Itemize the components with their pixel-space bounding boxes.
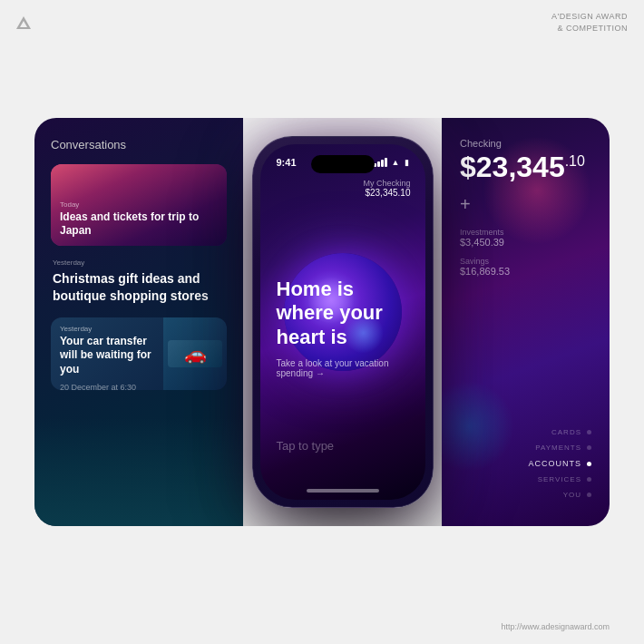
savings-value: $16,869.53	[460, 266, 591, 277]
watermark-url: http://www.adesignaward.com	[501, 622, 610, 631]
card1-time: Today	[60, 200, 218, 209]
plus-icon[interactable]: +	[460, 194, 591, 215]
checking-header: Checking	[460, 138, 591, 149]
savings-label: Savings	[460, 257, 591, 266]
conversations-title: Conversations	[51, 138, 227, 151]
left-panel: Conversations Today Ideas and tickets fo…	[34, 118, 243, 526]
arrow-icon: →	[316, 368, 325, 378]
nav-dot-payments	[587, 445, 591, 450]
car-transfer-card[interactable]: Yesterday Your car transfer will be wait…	[51, 317, 227, 390]
wifi-icon: ▲	[392, 158, 400, 167]
nav-item-payments[interactable]: PAYMENTS	[535, 444, 591, 452]
nav-dot-services	[587, 477, 591, 482]
bottom-bar: http://www.adesignaward.com	[0, 622, 610, 631]
phone-screen: 9:41 ▲ ▮	[260, 144, 425, 500]
phone-checking-label: My Checking	[363, 179, 410, 188]
phone-headline: Home is where your heart is	[277, 278, 409, 349]
investments-label: Investments	[460, 228, 591, 237]
phone-area: 9:41 ▲ ▮	[243, 118, 442, 526]
phone-time: 9:41	[277, 157, 297, 168]
top-bar: A'DESIGN AWARD & COMPETITION	[0, 0, 644, 45]
phone-main-content: Home is where your heart is Take a look …	[277, 278, 409, 382]
nav-dot-you	[587, 493, 591, 497]
card2-time: Yesterday	[53, 259, 225, 267]
nav-item-accounts[interactable]: ACCOUNTS	[528, 459, 591, 468]
phone-input-hint[interactable]: Tap to type	[277, 439, 409, 453]
right-nav: CARDS PAYMENTS ACCOUNTS SERVICES YOU	[528, 428, 591, 499]
signal-icon	[374, 158, 387, 167]
japan-trip-card[interactable]: Today Ideas and tickets for trip to Japa…	[51, 164, 227, 246]
battery-icon: ▮	[405, 158, 409, 167]
main-area: Conversations Today Ideas and tickets fo…	[34, 118, 610, 526]
nav-item-you[interactable]: YOU	[563, 491, 591, 499]
card3-title: Your car transfer will be waiting for yo…	[60, 335, 154, 377]
card2-title: Christmas gift ideas and boutique shoppi…	[53, 270, 225, 305]
nav-item-services[interactable]: SERVICES	[538, 475, 591, 483]
card1-title: Ideas and tickets for trip to Japan	[60, 210, 218, 239]
status-icons: ▲ ▮	[374, 158, 409, 167]
car-image	[163, 317, 227, 390]
logo	[16, 16, 31, 29]
nav-dot-accounts	[587, 462, 591, 466]
christmas-card[interactable]: Yesterday Christmas gift ideas and bouti…	[51, 259, 227, 305]
card3-subtitle: 20 December at 6:30 Marriott hotel	[60, 383, 154, 390]
dynamic-island	[311, 155, 375, 173]
nav-item-cards[interactable]: CARDS	[551, 428, 591, 436]
phone: 9:41 ▲ ▮	[252, 136, 434, 508]
investments-value: $3,450.39	[460, 237, 591, 248]
right-panel: Checking $23,345.10 + Investments $3,450…	[442, 118, 610, 526]
nav-dot-cards	[587, 430, 591, 434]
phone-subtext: Take a look at your vacation spending →	[277, 358, 409, 378]
phone-header: My Checking $23,345.10	[363, 179, 410, 198]
award-text: A'DESIGN AWARD & COMPETITION	[551, 11, 628, 34]
big-amount: $23,345.10	[460, 152, 591, 181]
phone-checking-amount: $23,345.10	[363, 188, 410, 198]
home-indicator	[307, 489, 379, 493]
card3-time: Yesterday	[60, 325, 154, 333]
